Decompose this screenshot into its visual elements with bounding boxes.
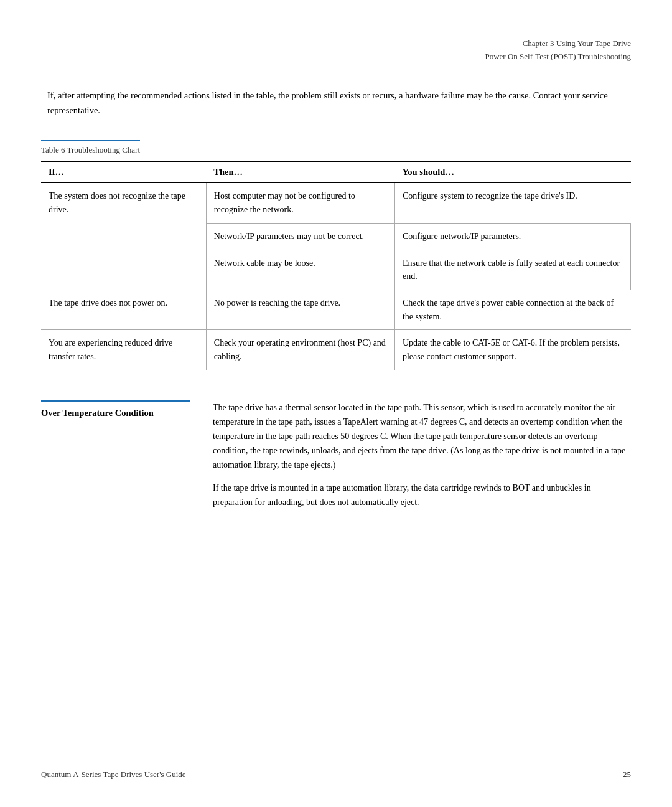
row1-then-3: Network cable may be loose. <box>206 250 394 290</box>
col-header-then: Then… <box>206 162 394 183</box>
col-header-if: If… <box>41 162 206 183</box>
header-line1: Chapter 3 Using Your Tape Drive <box>41 37 631 50</box>
table-row: The system does not recognize the tape d… <box>41 183 631 223</box>
over-temp-body: The tape drive has a thermal sensor loca… <box>213 400 631 510</box>
over-temp-title: Over Temperature Condition <box>41 407 190 420</box>
row1-then-1: Host computer may not be configured to r… <box>206 183 394 223</box>
troubleshooting-table: If… Then… You should… The system does no… <box>41 161 631 370</box>
table-label: Table 6 Troubleshooting Chart <box>41 140 140 155</box>
footer-right: 25 <box>623 770 631 780</box>
row1-if: The system does not recognize the tape d… <box>41 183 206 290</box>
intro-paragraph: If, after attempting the recommended act… <box>41 88 631 118</box>
page-header: Chapter 3 Using Your Tape Drive Power On… <box>41 37 631 64</box>
page-footer: Quantum A-Series Tape Drives User's Guid… <box>41 770 631 780</box>
row3-then: Check your operating environment (host P… <box>206 330 394 370</box>
row1-then-2: Network/IP parameters may not be correct… <box>206 223 394 250</box>
table-row: The tape drive does not power on. No pow… <box>41 290 631 329</box>
over-temp-section: Over Temperature Condition The tape driv… <box>41 400 631 510</box>
table-row: You are experiencing reduced drive trans… <box>41 330 631 370</box>
row3-if: You are experiencing reduced drive trans… <box>41 330 206 370</box>
row1-you-should-3: Ensure that the network cable is fully s… <box>394 250 630 290</box>
row2-you-should: Check the tape drive's power cable conne… <box>394 290 630 329</box>
row1-you-should-1: Configure system to recognize the tape d… <box>394 183 630 223</box>
header-line2: Power On Self-Test (POST) Troubleshootin… <box>41 50 631 64</box>
row2-if: The tape drive does not power on. <box>41 290 206 329</box>
row2-then: No power is reaching the tape drive. <box>206 290 394 329</box>
col-header-you-should: You should… <box>394 162 630 183</box>
over-temp-para2: If the tape drive is mounted in a tape a… <box>213 481 631 509</box>
page: Chapter 3 Using Your Tape Drive Power On… <box>0 0 672 807</box>
row1-you-should-2: Configure network/IP parameters. <box>394 223 630 250</box>
over-temp-para1: The tape drive has a thermal sensor loca… <box>213 400 631 472</box>
over-temp-title-block: Over Temperature Condition <box>41 400 190 510</box>
footer-left: Quantum A-Series Tape Drives User's Guid… <box>41 770 186 780</box>
row3-you-should: Update the cable to CAT-5E or CAT-6. If … <box>394 330 630 370</box>
